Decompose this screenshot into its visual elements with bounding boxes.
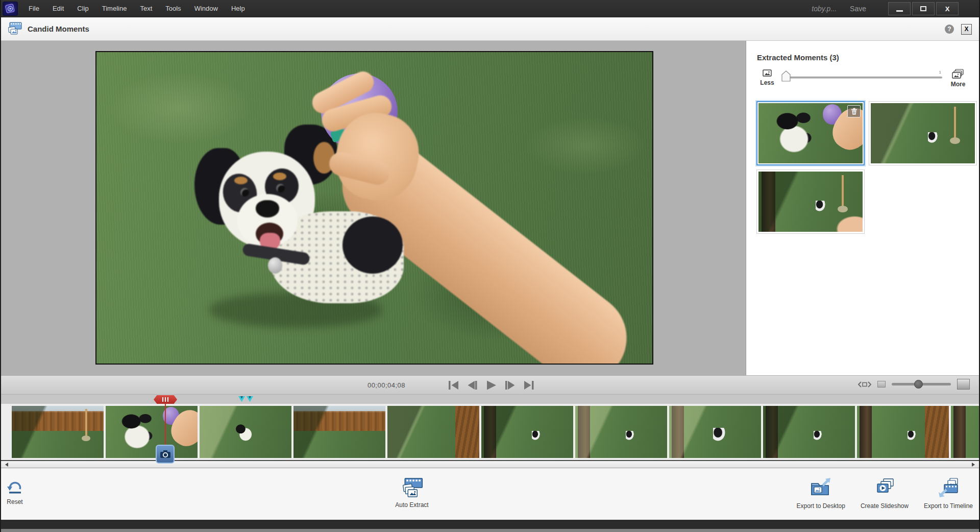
transport-bar: 00;00;04;08 <box>1 375 979 394</box>
shadow-art <box>12 406 104 458</box>
create-slideshow-button[interactable]: Create Slideshow <box>861 477 909 510</box>
playhead-line <box>165 403 166 446</box>
play-button[interactable] <box>484 378 498 392</box>
playhead[interactable] <box>154 395 177 404</box>
action-bar: Reset Auto Extract Export to DesktopCrea… <box>1 468 979 520</box>
dog-sm-art <box>908 431 916 440</box>
less-control[interactable]: Less <box>756 69 778 86</box>
filmstrip-frame-3[interactable] <box>200 406 291 458</box>
thumbnail-size-handle[interactable] <box>914 380 923 389</box>
sun-art <box>575 406 667 458</box>
candid-moments-icon <box>7 21 22 38</box>
filmstrip-zoom-controls <box>858 379 970 390</box>
pole-art <box>954 107 956 141</box>
menu-timeline[interactable]: Timeline <box>95 0 134 17</box>
dog-big-art <box>231 420 258 445</box>
step-forward-button[interactable] <box>503 378 517 392</box>
scroll-right-arrow[interactable] <box>972 463 975 467</box>
extracted-frame-camera-badge[interactable] <box>156 445 175 464</box>
filmstrip-frame-6[interactable] <box>481 406 573 458</box>
slider-tick: 1 <box>939 70 941 75</box>
moment-thumbnail-2[interactable] <box>869 101 977 165</box>
auto-extract-icon <box>400 477 424 499</box>
close-button[interactable]: X <box>936 2 959 15</box>
step-back-button[interactable] <box>465 378 479 392</box>
go-to-end-button[interactable] <box>522 378 536 392</box>
filmstrip-frame-9[interactable] <box>763 406 855 458</box>
trunk-art <box>953 406 965 458</box>
filmstrip-frame-10[interactable] <box>857 406 949 458</box>
export-timeline-icon <box>937 477 960 500</box>
delete-moment-icon[interactable] <box>847 105 861 117</box>
more-control[interactable]: More <box>947 69 969 88</box>
timeline-ruler[interactable] <box>1 394 979 404</box>
export-timeline-button[interactable]: Export to Timeline <box>924 477 973 510</box>
menu-bar: FileEditClipTimelineTextToolsWindowHelp … <box>1 0 979 17</box>
menu-text[interactable]: Text <box>133 0 159 17</box>
filmstrip-frame-1[interactable] <box>12 406 104 458</box>
export-buttons: Export to DesktopCreate SlideshowExport … <box>797 477 973 510</box>
shadow-art <box>387 406 479 458</box>
menu-tools[interactable]: Tools <box>159 0 187 17</box>
candid-moments-window: FileEditClipTimelineTextToolsWindowHelp … <box>0 0 980 532</box>
auto-extract-button[interactable]: Auto Extract <box>395 477 428 509</box>
zoom-out-thumbnails-icon[interactable] <box>877 381 886 388</box>
window-controls: X <box>887 2 959 15</box>
density-slider-handle[interactable] <box>781 70 791 84</box>
moment-thumbnail-3[interactable] <box>756 170 865 234</box>
cue-marker-2[interactable] <box>247 396 253 402</box>
reset-icon <box>6 480 23 496</box>
filmstrip-frame-4[interactable] <box>293 406 385 458</box>
minimize-button[interactable] <box>888 2 911 15</box>
dog-art <box>713 428 725 442</box>
density-slider-track[interactable] <box>783 77 942 79</box>
menu-help[interactable]: Help <box>225 0 252 17</box>
menu-window[interactable]: Window <box>188 0 225 17</box>
panel-header: Candid Moments ? X <box>1 17 979 41</box>
maximize-button[interactable] <box>912 2 935 15</box>
window-bottom-edge <box>1 520 979 529</box>
moment-thumbnail-image <box>758 172 863 232</box>
video-preview-area <box>1 41 746 375</box>
export-desktop-button[interactable]: Export to Desktop <box>797 477 845 510</box>
shadow-art <box>763 406 855 458</box>
filmstrip-frame-11[interactable] <box>951 406 979 458</box>
moment-thumbnail-1[interactable] <box>756 101 865 165</box>
save-button[interactable]: Save <box>850 5 866 13</box>
project-name: toby.p... <box>812 5 837 13</box>
pole-art <box>842 175 844 210</box>
go-to-start-button[interactable] <box>446 378 460 392</box>
menu-edit[interactable]: Edit <box>46 0 70 17</box>
help-icon[interactable]: ? <box>945 25 954 34</box>
video-monitor[interactable] <box>95 51 653 365</box>
menu-file[interactable]: File <box>22 0 46 17</box>
filmstrip-frame-8[interactable] <box>669 406 761 458</box>
fit-to-view-icon[interactable] <box>858 381 871 388</box>
dog-sm-art <box>816 201 825 211</box>
fenceR-art <box>925 406 949 458</box>
menu-clip[interactable]: Clip <box>70 0 95 17</box>
shadow-art <box>871 103 975 163</box>
dog-sm-art <box>626 431 634 440</box>
cue-marker-1[interactable] <box>238 396 245 402</box>
reset-button[interactable]: Reset <box>6 480 23 505</box>
dog-sm-art <box>814 431 822 440</box>
moment-thumbnail-image <box>871 103 975 163</box>
menu-items: FileEditClipTimelineTextToolsWindowHelp <box>22 0 252 17</box>
filmstrip-frame-7[interactable] <box>575 406 667 458</box>
shadow-art <box>293 406 385 458</box>
zoom-in-thumbnails-icon[interactable] <box>957 379 970 390</box>
thumbnail-size-slider[interactable] <box>892 383 951 385</box>
dog-sm-art <box>532 431 540 440</box>
premiere-elements-app-icon <box>3 2 18 16</box>
filmstrip-frame-5[interactable] <box>387 406 479 458</box>
scroll-left-arrow[interactable] <box>5 463 8 467</box>
create-slideshow-icon <box>873 477 896 500</box>
panel-close-button[interactable]: X <box>961 24 972 35</box>
dog-sm-art <box>928 132 937 143</box>
window-base-edge <box>1 529 979 532</box>
filmstrip-scrollbar[interactable] <box>1 461 979 468</box>
playback-controls <box>446 378 536 392</box>
filmstrip-area <box>1 404 979 461</box>
filmstrip-frame-2[interactable] <box>106 406 198 458</box>
